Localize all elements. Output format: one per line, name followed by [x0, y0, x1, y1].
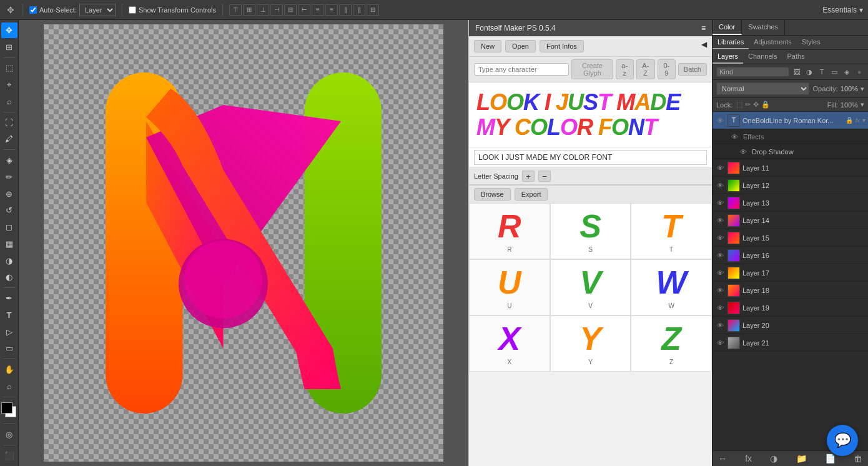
layer-eye-12[interactable]: 👁	[715, 181, 725, 191]
filter-adj-btn[interactable]: ◑	[804, 67, 814, 77]
layer-item-19[interactable]: 👁 Layer 19	[713, 299, 868, 317]
add-mask-btn[interactable]: ◑	[768, 454, 779, 464]
lock-artboard-btn[interactable]: ✥	[753, 101, 759, 109]
layer-item-17[interactable]: 👁 Layer 17	[713, 264, 868, 282]
AZ-button[interactable]: A-Z	[636, 59, 655, 79]
crop-tool-btn[interactable]: ⛶	[1, 115, 17, 131]
brush-tool-btn[interactable]: ✏	[1, 169, 17, 185]
tab-layers[interactable]: Layers	[713, 50, 743, 64]
tab-styles[interactable]: Styles	[797, 36, 826, 49]
tab-paths[interactable]: Paths	[782, 50, 810, 64]
glyph-cell-u[interactable]: U U	[469, 259, 550, 315]
tab-libraries[interactable]: Libraries	[713, 36, 749, 49]
show-transform-checkbox[interactable]: Show Transform Controls	[129, 6, 216, 14]
layer-item-12[interactable]: 👁 Layer 12	[713, 177, 868, 194]
align-hcenter-btn[interactable]: ⊟	[284, 4, 297, 16]
glyph-cell-r[interactable]: R R	[469, 203, 550, 259]
layer-item-11[interactable]: 👁 Layer 11	[713, 159, 868, 177]
layer-eye-16[interactable]: 👁	[715, 250, 725, 260]
lock-position-btn[interactable]: ✏	[745, 101, 751, 109]
shape-tool-btn[interactable]: ▭	[1, 341, 17, 357]
layer-eye-15[interactable]: 👁	[715, 233, 725, 243]
layer-item-14[interactable]: 👁 Layer 14	[713, 212, 868, 229]
lasso-tool-btn[interactable]: ⌖	[1, 77, 17, 92]
glyph-cell-t[interactable]: T T	[631, 203, 712, 259]
tab-channels[interactable]: Channels	[743, 50, 782, 64]
tab-color[interactable]: Color	[713, 20, 742, 35]
layer-kind-input[interactable]	[736, 68, 773, 76]
layer-item-21[interactable]: 👁 Layer 21	[713, 334, 868, 352]
marquee-tool-btn[interactable]: ⬚	[1, 60, 17, 76]
align-right-btn[interactable]: ⊢	[298, 4, 310, 16]
filter-shape-btn[interactable]: ▭	[829, 67, 839, 77]
fontself-header-menu-btn[interactable]: ≡	[701, 24, 706, 32]
open-button[interactable]: Open	[505, 40, 536, 52]
gradient-tool-btn[interactable]: ▦	[1, 236, 17, 252]
layer-eye-21[interactable]: 👁	[715, 338, 725, 348]
filter-pixel-btn[interactable]: 🖼	[792, 67, 802, 77]
clone-stamp-btn[interactable]: ⊕	[1, 186, 17, 202]
lock-all-btn[interactable]: 🔒	[761, 101, 770, 109]
glyph-cell-z[interactable]: Z Z	[631, 315, 712, 372]
color-swatches[interactable]	[1, 402, 17, 419]
glyph-cell-x[interactable]: X X	[469, 315, 550, 372]
history-brush-btn[interactable]: ↺	[1, 203, 17, 219]
distribute-right-btn[interactable]: ∥	[353, 4, 365, 16]
align-top-btn[interactable]: ⊤	[229, 4, 242, 16]
type-tool-btn[interactable]: T	[1, 307, 17, 323]
distribute-bottom-btn[interactable]: ≡	[325, 4, 338, 16]
fontself-arrow-btn[interactable]: ◀	[701, 40, 707, 52]
dodge-tool-btn[interactable]: ◐	[1, 270, 17, 285]
blend-mode-select[interactable]: Normal	[716, 82, 809, 95]
tab-swatches[interactable]: Swatches	[742, 20, 785, 35]
hand-tool-btn[interactable]: ✋	[1, 362, 17, 377]
link-layers-btn[interactable]: ↔	[716, 454, 729, 464]
artboard-tool-btn[interactable]: ⊞	[1, 39, 17, 55]
export-button[interactable]: Export	[515, 188, 548, 201]
letter-spacing-plus-btn[interactable]: +	[522, 171, 535, 182]
layer-eye-11[interactable]: 👁	[715, 163, 725, 173]
layer-item-10[interactable]: 👁 T OneBoldLine by Roman Kor... 🔒 fx ▾	[713, 112, 868, 129]
layer-eye-20[interactable]: 👁	[715, 320, 725, 330]
eraser-tool-btn[interactable]: ◻	[1, 219, 17, 235]
layer-expand-chevron-10[interactable]: ▾	[862, 117, 866, 124]
letter-spacing-minus-btn[interactable]: −	[538, 171, 551, 182]
09-button[interactable]: 0-9	[658, 59, 676, 79]
layer-eye-19[interactable]: 👁	[715, 303, 725, 313]
char-input[interactable]	[474, 63, 569, 76]
align-left-btn[interactable]: ⊣	[270, 4, 283, 16]
filter-toggle-btn[interactable]: ●	[854, 67, 864, 77]
glyph-cell-s[interactable]: S S	[550, 203, 631, 259]
drop-shadow-eye-icon[interactable]: 👁	[740, 148, 747, 156]
add-style-btn[interactable]: fx	[743, 454, 754, 464]
zoom-tool-btn[interactable]: ⌕	[1, 379, 17, 394]
distribute-left-btn[interactable]: ∥	[339, 4, 352, 16]
layer-item-15[interactable]: 👁 Layer 15	[713, 229, 868, 247]
glyph-cell-v[interactable]: V V	[550, 259, 631, 315]
batch-button[interactable]: Batch	[678, 63, 707, 76]
az-button[interactable]: a-z	[616, 59, 634, 79]
move-tool[interactable]: ✥	[5, 4, 16, 16]
blur-tool-btn[interactable]: ◑	[1, 253, 17, 269]
delete-layer-btn[interactable]: 🗑	[852, 454, 864, 464]
glyph-cell-w[interactable]: W W	[631, 259, 712, 315]
chat-bubble-btn[interactable]: 💬	[827, 425, 858, 456]
create-group-btn[interactable]: 📁	[794, 454, 809, 464]
quick-mask-btn[interactable]: ◎	[1, 427, 17, 442]
layer-eye-14[interactable]: 👁	[715, 216, 725, 226]
layer-item-16[interactable]: 👁 Layer 16	[713, 247, 868, 264]
move-tool-btn[interactable]: ✥	[1, 22, 17, 38]
layer-item-18[interactable]: 👁 Layer 18	[713, 282, 868, 299]
glyph-cell-y[interactable]: Y Y	[550, 315, 631, 372]
quick-select-btn[interactable]: ⌕	[1, 94, 17, 109]
path-select-btn[interactable]: ▷	[1, 324, 17, 340]
layer-eye-13[interactable]: 👁	[715, 198, 725, 208]
layer-eye-18[interactable]: 👁	[715, 285, 725, 295]
filter-smartobj-btn[interactable]: ◈	[842, 67, 852, 77]
spot-heal-btn[interactable]: ◈	[1, 152, 17, 168]
foreground-color-swatch[interactable]	[1, 402, 12, 414]
tab-adjustments[interactable]: Adjustments	[749, 36, 797, 49]
lock-pixels-btn[interactable]: ⬚	[736, 101, 742, 109]
extra-align-btn[interactable]: ⊟	[367, 4, 379, 16]
essentials-dropdown[interactable]: Essentials ▾	[822, 6, 863, 14]
